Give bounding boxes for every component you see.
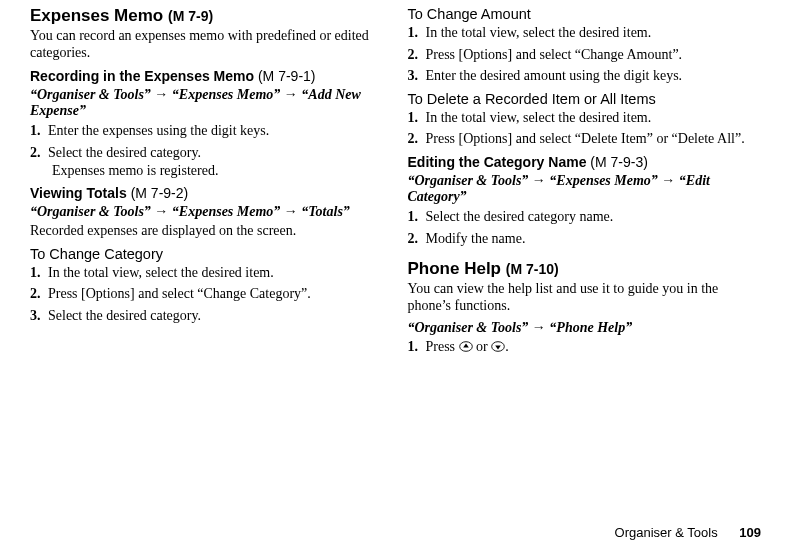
intro-text: You can record an expenses memo with pre…	[30, 28, 384, 62]
step-item: 1.Select the desired category name.	[408, 208, 762, 226]
step-text: Enter the desired amount using the digit…	[426, 68, 683, 83]
heading-viewing-totals: Viewing Totals (M 7-9-2)	[30, 185, 384, 201]
step-item: 2.Press [Options] and select “Change Cat…	[30, 285, 384, 303]
heading-phone-help: Phone Help (M 7-10)	[408, 259, 762, 279]
step-item: 1.In the total view, select the desired …	[408, 109, 762, 127]
page-content: Expenses Memo (M 7-9) You can record an …	[0, 0, 791, 360]
down-key-icon	[491, 341, 505, 352]
arrow-icon: →	[532, 319, 546, 335]
nav-path-edit-category: “Organiser & Tools” → “Expenses Memo” → …	[408, 172, 762, 207]
steps-delete-item: 1.In the total view, select the desired …	[408, 109, 762, 148]
step-text: Press [Options] and select “Change Categ…	[48, 286, 311, 301]
step-text: In the total view, select the desired it…	[426, 110, 652, 125]
step-item: 1.In the total view, select the desired …	[30, 264, 384, 282]
steps-change-category: 1.In the total view, select the desired …	[30, 264, 384, 325]
heading-text: Editing the Category Name	[408, 154, 587, 170]
heading-code: (M 7-9)	[168, 8, 213, 24]
arrow-icon: →	[532, 172, 546, 188]
path-seg: “Phone Help”	[549, 320, 632, 335]
step-item: 2.Select the desired category.	[30, 144, 384, 162]
heading-code: (M 7-9-3)	[590, 154, 648, 170]
arrow-icon: →	[154, 203, 168, 219]
left-column: Expenses Memo (M 7-9) You can record an …	[30, 4, 384, 360]
step-item: 1.Enter the expenses using the digit key…	[30, 122, 384, 140]
step-text: In the total view, select the desired it…	[48, 265, 274, 280]
steps-edit-category: 1.Select the desired category name. 2.Mo…	[408, 208, 762, 247]
step-text: Enter the expenses using the digit keys.	[48, 123, 269, 138]
heading-code: (M 7-10)	[506, 261, 559, 277]
heading-code: (M 7-9-2)	[131, 185, 189, 201]
step-sub-text: Expenses memo is registered.	[30, 163, 384, 179]
step-item: 3.Select the desired category.	[30, 307, 384, 325]
steps-phone-help: 1.Press or .	[408, 338, 762, 356]
arrow-icon: →	[284, 86, 298, 102]
heading-text: Viewing Totals	[30, 185, 127, 201]
step-text-a: Press	[426, 339, 459, 354]
nav-path-totals: “Organiser & Tools” → “Expenses Memo” → …	[30, 203, 384, 221]
heading-recording: Recording in the Expenses Memo (M 7-9-1)	[30, 68, 384, 84]
arrow-icon: →	[154, 86, 168, 102]
step-text: Press [Options] and select “Change Amoun…	[426, 47, 683, 62]
heading-expenses-memo: Expenses Memo (M 7-9)	[30, 6, 384, 26]
arrow-icon: →	[284, 203, 298, 219]
heading-delete-item: To Delete a Recorded Item or All Items	[408, 91, 762, 107]
heading-text: Expenses Memo	[30, 6, 163, 25]
heading-change-category: To Change Category	[30, 246, 384, 262]
phone-help-intro: You can view the help list and use it to…	[408, 281, 762, 315]
up-key-icon	[459, 341, 473, 352]
step-item: 2.Modify the name.	[408, 230, 762, 248]
footer-page-number: 109	[739, 525, 761, 540]
step-text: Modify the name.	[426, 231, 526, 246]
heading-code: (M 7-9-1)	[258, 68, 316, 84]
path-seg: “Organiser & Tools”	[30, 204, 151, 219]
nav-path-phone-help: “Organiser & Tools” → “Phone Help”	[408, 319, 762, 337]
path-seg: “Expenses Memo”	[172, 204, 281, 219]
heading-text: Phone Help	[408, 259, 502, 278]
step-text-b: or	[473, 339, 492, 354]
steps-recording: 1.Enter the expenses using the digit key…	[30, 122, 384, 161]
page-footer: Organiser & Tools 109	[615, 525, 761, 540]
path-seg: “Organiser & Tools”	[30, 87, 151, 102]
path-seg: “Organiser & Tools”	[408, 320, 529, 335]
footer-section: Organiser & Tools	[615, 525, 718, 540]
path-seg: “Totals”	[301, 204, 350, 219]
step-item: 3.Enter the desired amount using the dig…	[408, 67, 762, 85]
right-column: To Change Amount 1.In the total view, se…	[408, 4, 762, 360]
step-item: 1.In the total view, select the desired …	[408, 24, 762, 42]
arrow-icon: →	[661, 172, 675, 188]
step-text: Select the desired category.	[48, 145, 201, 160]
step-text: Select the desired category.	[48, 308, 201, 323]
step-text: In the total view, select the desired it…	[426, 25, 652, 40]
step-text-c: .	[505, 339, 509, 354]
steps-change-amount: 1.In the total view, select the desired …	[408, 24, 762, 85]
heading-text: Recording in the Expenses Memo	[30, 68, 254, 84]
nav-path-recording: “Organiser & Tools” → “Expenses Memo” → …	[30, 86, 384, 121]
path-seg: “Expenses Memo”	[172, 87, 281, 102]
path-seg: “Expenses Memo”	[549, 173, 658, 188]
step-item: 2.Press [Options] and select “Delete Ite…	[408, 130, 762, 148]
step-text: Select the desired category name.	[426, 209, 614, 224]
heading-change-amount: To Change Amount	[408, 6, 762, 22]
path-seg: “Organiser & Tools”	[408, 173, 529, 188]
step-item: 2.Press [Options] and select “Change Amo…	[408, 46, 762, 64]
step-text: Press [Options] and select “Delete Item”…	[426, 131, 745, 146]
step-item: 1.Press or .	[408, 338, 762, 356]
totals-desc: Recorded expenses are displayed on the s…	[30, 223, 384, 240]
heading-edit-category: Editing the Category Name (M 7-9-3)	[408, 154, 762, 170]
